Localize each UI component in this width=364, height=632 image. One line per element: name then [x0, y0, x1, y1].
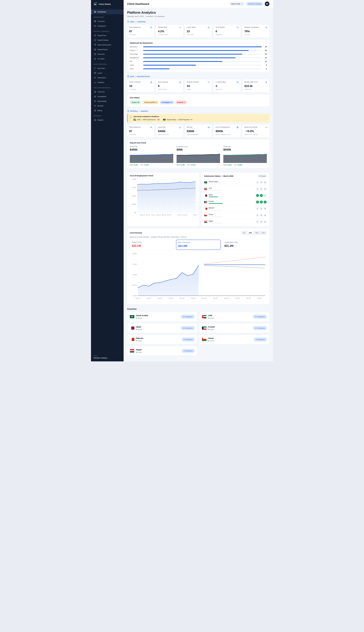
stat-value: 78% [244, 30, 268, 33]
sidebar-item-contracts[interactable]: Contracts [91, 90, 124, 94]
bar-fill [143, 65, 196, 66]
tenant-footer: Tenant Meridian Holdings [91, 353, 124, 362]
bar-fill [143, 61, 222, 62]
country-card-oman[interactable]: OmanActive7 employees [199, 335, 270, 344]
stat-card-active-contracts: Active Contracts345 countries [127, 79, 154, 92]
heart-icon [94, 105, 96, 107]
svg-text:$1.0M: $1.0M [132, 195, 136, 197]
sidebar-item-attendance[interactable]: Attendance [91, 75, 124, 80]
stat-subtitle: 7 countries [129, 134, 152, 135]
flag-sa-icon [130, 315, 134, 318]
visa-badge: Active: 26 [130, 100, 141, 104]
country-card-qatar[interactable]: QatarActive14 employees [127, 323, 198, 333]
sidebar-item-leave[interactable]: Leave [91, 71, 124, 75]
sidebar-item-immigration[interactable]: Immigration [91, 94, 124, 99]
country-card-saudi-arabia[interactable]: Saudi ArabiaActive23 employees [127, 312, 198, 322]
sidebar-item-payroll-packs[interactable]: Payroll Packs [91, 47, 124, 52]
range-button-18m[interactable]: 18m [254, 231, 260, 234]
compliance-title: Upcoming compliance deadlines [134, 116, 192, 118]
sidebar-item-billing[interactable]: Billing [91, 108, 124, 113]
tenant-pill-button[interactable]: Meridian Holdings [246, 2, 263, 6]
shield-check-icon [265, 26, 268, 28]
bar-value: 8 [264, 64, 267, 66]
bar-value: 4 [264, 68, 267, 70]
clock-icon [94, 39, 96, 41]
coe-trend-title: Cost of Employment Trend [130, 175, 197, 177]
sidebar-item-year-end[interactable]: Year-End [91, 52, 124, 56]
stat-card-month-over-month: Month-over-Month↑+5.0%+$24k vs prior mon… [242, 124, 270, 138]
hris-section-icon [127, 20, 129, 23]
user-check-icon [94, 76, 96, 79]
sidebar-item-employees[interactable]: Employees [91, 24, 124, 28]
scenario-card-base-case-12m-[interactable]: Base Case (12m)$21.5M [176, 240, 220, 250]
stat-subtitle: This month [187, 34, 210, 36]
users-icon [94, 25, 96, 27]
headcount-chart: Operations18Finance16Technology15Managem… [130, 46, 267, 70]
sidebar-item-payroll-history[interactable]: Payroll History [91, 38, 124, 42]
employee-count-pill: 4 employees [182, 349, 195, 353]
stat-card-in-onboarding: In Onboarding3New hires [214, 79, 241, 92]
sidebar-item-dashboard[interactable]: Dashboard [91, 10, 124, 14]
forecast-scenarios: Prudent (12m)$22.1MBase Case (12m)$21.5M… [130, 240, 267, 250]
step-A-badge: A [264, 181, 266, 184]
stat-card-total-headcount: Total Headcount877 countries [127, 124, 154, 138]
warning-icon [130, 116, 132, 118]
progress-track [209, 203, 222, 204]
dollar-icon [179, 126, 181, 128]
svg-text:Jul 25: Jul 25 [151, 214, 155, 216]
step-P-badge: P [260, 214, 263, 217]
scenario-card-prudent-12m-[interactable]: Prudent (12m)$22.1M [130, 240, 174, 250]
stat-value: 6 [216, 30, 238, 33]
flag-qa-icon [204, 194, 207, 196]
range-button-24m[interactable]: 24m [260, 231, 266, 234]
svg-text:May 25: May 25 [140, 214, 145, 216]
svg-text:$1.9M: $1.9M [133, 264, 137, 265]
headcount-row-management: Management14 [130, 57, 267, 59]
country-card-egypt[interactable]: EgyptActive4 employees [127, 346, 198, 356]
period-selector[interactable]: March 2026 [229, 2, 244, 6]
content: Platform Analytics Saturday, April 5, 20… [124, 8, 273, 362]
submission-row-egypt: EgyptLPA [204, 218, 267, 224]
page-subtitle: Saturday, April 5, 2026 · 7 countries · … [127, 16, 270, 17]
flag-bh-icon [204, 208, 207, 210]
bar-track [143, 61, 262, 62]
range-button-6m[interactable]: 6m [242, 231, 247, 234]
globe-icon [94, 20, 96, 22]
stat-subtitle: +$24k vs prior month [244, 134, 268, 135]
country-card-bahrain[interactable]: BahrainActive9 employees [127, 335, 198, 344]
headcount-row-legal: Legal8 [130, 64, 267, 66]
headcount-row-hr: HR12 [130, 60, 267, 62]
range-button-12m[interactable]: 12m [247, 231, 254, 234]
svg-text:$1.6M: $1.6M [133, 295, 137, 296]
country-card-kuwait[interactable]: KuwaitActive11 employees [199, 323, 270, 333]
sidebar-item-data-submissions[interactable]: Data Submissions [91, 42, 124, 47]
progress-track [209, 184, 222, 184]
send-icon [94, 44, 96, 46]
country-card-uae[interactable]: UAEActive19 employees [199, 312, 270, 322]
sidebar-item-org-chart[interactable]: Org Chart [91, 66, 124, 71]
forecast-subtitle: Based on 6-month average — prudent +4% p… [130, 236, 267, 238]
bar-track [143, 68, 262, 69]
step-A-badge: A [264, 188, 266, 190]
sidebar-item-onboarding[interactable]: Onboarding [91, 99, 124, 104]
calendar-icon [94, 53, 96, 55]
sidebar-item-payroll-run[interactable]: Payroll Run [91, 33, 124, 38]
bar-track [143, 46, 262, 47]
visa-badge: Expiring (90d): 8 [142, 100, 158, 104]
sidebar-item-countries[interactable]: Countries [91, 19, 124, 24]
sidebar-item-analytics[interactable]: Analytics [91, 80, 124, 85]
sidebar-section-label: EOR (ORCHESTRATE) [91, 85, 124, 90]
stat-subtitle: New hires [216, 88, 238, 90]
step-P-badge: P [260, 181, 263, 184]
sidebar-item-fx-rates[interactable]: FX Rates [91, 56, 124, 61]
avatar[interactable]: MG [265, 2, 270, 6]
stat-card-on-probation: On Probation6Employees [214, 24, 241, 38]
scenario-card-conservative-12m-[interactable]: Conservative (12m)$21.2M [222, 240, 267, 250]
svg-text:Aug 25: Aug 25 [156, 214, 161, 216]
sidebar-item-benefits[interactable]: Benefits [91, 104, 124, 108]
bar-value: 14 [264, 57, 267, 59]
tenant-name: Meridian Holdings [94, 357, 121, 359]
stat-subtitle: Within 90 days [158, 88, 181, 90]
sidebar-item-reports[interactable]: Reports [91, 118, 124, 122]
svg-text:Dec 25: Dec 25 [178, 214, 182, 216]
